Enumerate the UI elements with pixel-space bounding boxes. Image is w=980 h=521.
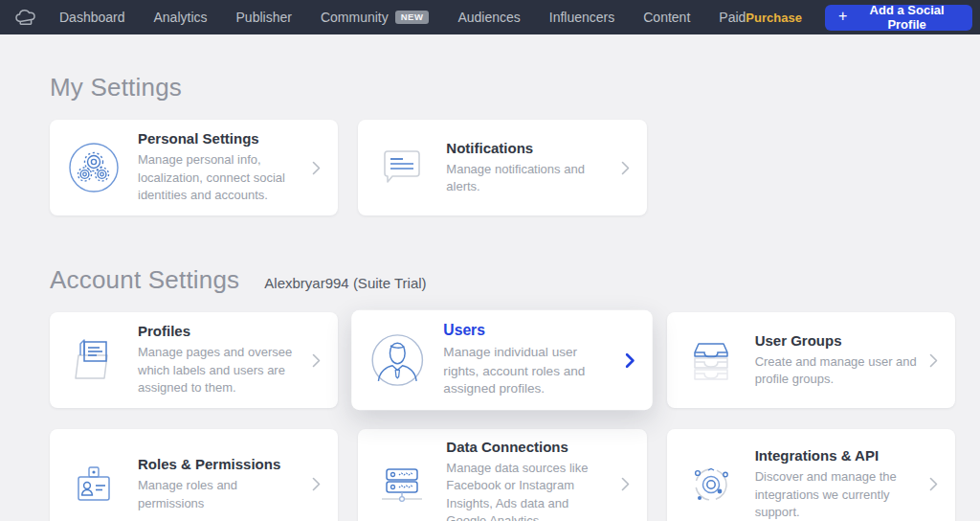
nav-item-publisher[interactable]: Publisher xyxy=(236,10,292,25)
plus-icon: + xyxy=(838,9,847,24)
integrations-api-icon xyxy=(667,459,755,510)
card-title: Notifications xyxy=(446,140,611,156)
settings-page: My Settings Personal Setting xyxy=(0,73,980,521)
card-description: Create and manage user and profile group… xyxy=(755,353,920,389)
chevron-right-icon xyxy=(612,161,630,175)
card-title: Personal Settings xyxy=(138,130,302,147)
card-description: Manage personal info, localization, conn… xyxy=(138,151,302,204)
card-data-connections[interactable]: Data Connections Manage data sources lik… xyxy=(358,429,646,521)
card-description: Manage individual user rights, account r… xyxy=(444,344,616,399)
chevron-right-icon xyxy=(302,477,321,491)
my-settings-heading: My Settings xyxy=(50,73,955,102)
users-icon xyxy=(352,332,444,389)
nav-item-analytics[interactable]: Analytics xyxy=(154,10,208,25)
chef-hat-logo-icon[interactable] xyxy=(13,6,38,29)
data-connections-icon xyxy=(358,460,446,510)
card-integrations-api[interactable]: Integrations & API Discover and manage t… xyxy=(667,429,955,521)
my-settings-cards: Personal Settings Manage personal info, … xyxy=(50,120,955,215)
chevron-right-icon xyxy=(302,353,321,368)
chevron-right-icon xyxy=(612,477,630,491)
card-users[interactable]: Users Manage individual user rights, acc… xyxy=(352,310,654,411)
card-notifications[interactable]: Notifications Manage notifications and a… xyxy=(358,120,646,215)
card-profiles[interactable]: Profiles Manage pages and oversee which … xyxy=(50,312,338,408)
chevron-right-icon xyxy=(302,161,321,175)
card-personal-settings[interactable]: Personal Settings Manage personal info, … xyxy=(50,120,338,215)
personal-settings-icon xyxy=(50,141,138,194)
nav-item-dashboard[interactable]: Dashboard xyxy=(59,10,125,25)
card-title: Users xyxy=(444,322,616,339)
notifications-icon xyxy=(358,145,446,191)
card-title: Data Connections xyxy=(446,439,611,455)
add-social-profile-button[interactable]: + Add a Social Profile xyxy=(825,5,972,31)
nav-item-audiences[interactable]: Audiences xyxy=(457,10,520,25)
profiles-icon xyxy=(50,336,138,384)
nav-item-influencers[interactable]: Influencers xyxy=(549,10,614,25)
user-groups-icon xyxy=(667,335,755,385)
purchase-link[interactable]: Purchase xyxy=(746,11,802,25)
nav-item-community[interactable]: Community NEW xyxy=(321,10,429,25)
card-description: Manage data sources like Facebook or Ins… xyxy=(446,460,611,521)
card-title: Roles & Permissions xyxy=(138,456,302,472)
top-navbar: Dashboard Analytics Publisher Community … xyxy=(0,0,980,34)
card-description: Manage roles and permissions xyxy=(138,477,302,512)
chevron-right-icon xyxy=(920,353,938,368)
account-name-label: Alexbryar994 (Suite Trial) xyxy=(264,275,426,291)
chevron-right-icon xyxy=(920,477,938,491)
card-user-groups[interactable]: User Groups Create and manage user and p… xyxy=(667,312,955,408)
card-title: User Groups xyxy=(755,332,920,349)
roles-permissions-icon xyxy=(50,460,138,510)
card-description: Discover and manage the integrations we … xyxy=(755,468,920,521)
card-title: Profiles xyxy=(138,323,302,339)
nav-item-content[interactable]: Content xyxy=(643,10,690,25)
account-settings-heading-row: Account Settings Alexbryar994 (Suite Tri… xyxy=(50,265,955,295)
main-navigation: Dashboard Analytics Publisher Community … xyxy=(59,10,746,25)
card-roles-permissions[interactable]: Roles & Permissions Manage roles and per… xyxy=(50,429,338,521)
new-badge: NEW xyxy=(395,11,430,25)
nav-item-paid[interactable]: Paid xyxy=(719,10,746,25)
account-settings-heading: Account Settings xyxy=(50,265,239,295)
card-description: Manage notifications and alerts. xyxy=(446,161,611,196)
chevron-right-icon xyxy=(616,352,635,368)
card-description: Manage pages and oversee which labels an… xyxy=(138,344,302,396)
card-title: Integrations & API xyxy=(755,447,920,464)
account-settings-cards: Profiles Manage pages and oversee which … xyxy=(50,312,955,521)
navbar-right: Purchase + Add a Social Profile xyxy=(746,5,972,31)
